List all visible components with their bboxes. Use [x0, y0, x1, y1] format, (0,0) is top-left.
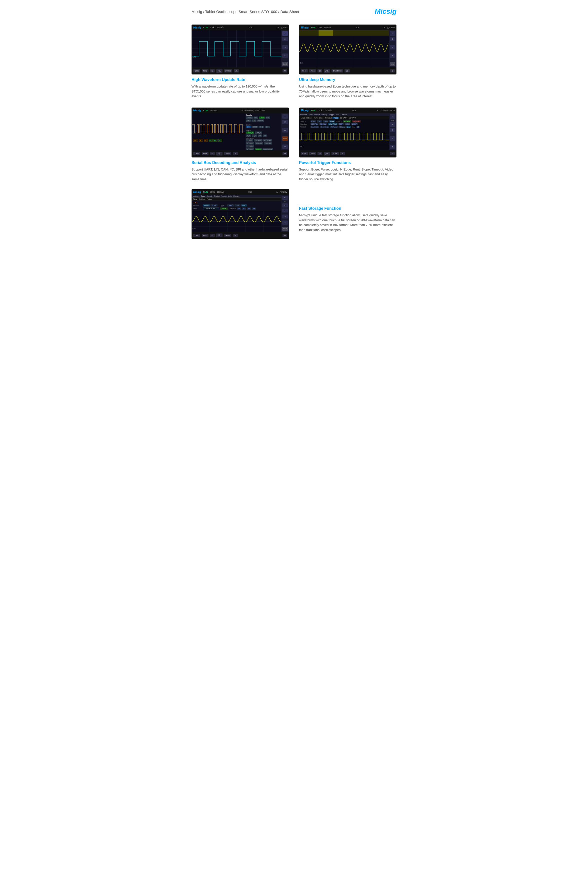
menu-trigger[interactable]: Trigger: [329, 114, 334, 115]
osc-ch3-btn[interactable]: 3: [282, 45, 288, 49]
osc-ch2-btn-serial[interactable]: 2: [282, 120, 288, 124]
osc-trig-t[interactable]: JL: [340, 152, 345, 155]
ch1-btn-s[interactable]: CH1: [246, 126, 252, 128]
osc-trig-s[interactable]: JL: [233, 234, 238, 237]
osc-time-s[interactable]: 50us: [224, 234, 231, 237]
osc-time-serial[interactable]: 10us: [224, 152, 231, 155]
osc-icon-s[interactable]: ⊡: [210, 234, 215, 237]
uart-btn[interactable]: UART: [246, 117, 253, 119]
osc-ch4-btn-2[interactable]: 4: [390, 54, 395, 58]
osc-trig-icon-s[interactable]: JL: [282, 203, 288, 207]
osc-chx-btn-s[interactable]: CHx: [193, 234, 200, 237]
osc-ch1-btn-2[interactable]: 1V: [390, 31, 395, 36]
osc-wave-serial[interactable]: 川L: [216, 152, 222, 156]
osc-ch1-btn-serial[interactable]: 1: [282, 114, 288, 119]
osc-ch2-btn-s2[interactable]: 2: [282, 208, 288, 213]
hl-btn[interactable]: H_L: [246, 135, 251, 137]
storage-sub-picture[interactable]: Picture: [207, 198, 212, 200]
baud625[interactable]: 62.5kb/s: [254, 139, 262, 141]
baud-user[interactable]: UserDefine: [262, 148, 273, 150]
filename-input[interactable]: 22050601081: [203, 207, 219, 210]
osc-trig-btn[interactable]: JL: [234, 69, 239, 72]
baud500[interactable]: 500kb/s: [246, 145, 254, 147]
storage-menu-save[interactable]: Save: [201, 195, 205, 197]
baud250[interactable]: 250kb/s: [264, 142, 272, 144]
osc-trig-icon[interactable]: JL: [390, 122, 395, 127]
menu-userset[interactable]: Userset: [341, 114, 347, 115]
osc-fine-btn-serial[interactable]: Fine: [202, 152, 209, 155]
storage-menu-sample[interactable]: Sample: [207, 195, 213, 197]
osc-settings-t[interactable]: ⚙: [390, 152, 395, 155]
osc-icon-t[interactable]: ⊡: [318, 152, 322, 155]
canl-btn[interactable]: CAN_L: [255, 132, 262, 134]
osc-ch3-btn-t[interactable]: 3: [390, 136, 395, 141]
storage-menu-measure[interactable]: Measure: [193, 195, 200, 197]
storage-menu-userset[interactable]: Userset: [233, 195, 239, 197]
baud800[interactable]: 800kb/s: [246, 148, 254, 150]
osc-trig-serial[interactable]: JL: [233, 152, 238, 155]
osc-ch4-btn-t[interactable]: 4: [390, 145, 395, 149]
osc-icon-serial[interactable]: ⊡: [210, 152, 215, 155]
osc-wave-t[interactable]: 川L: [324, 152, 330, 156]
osc-fine-btn[interactable]: Fine: [202, 69, 209, 72]
osc-trig-btn-2[interactable]: JL: [345, 69, 350, 72]
polarity-positive[interactable]: Positive: [343, 120, 351, 123]
osc-ch2-btn-2[interactable]: 2: [390, 37, 395, 41]
math-btn-serial[interactable]: Math: [282, 136, 288, 141]
polarity-negative[interactable]: Negative: [352, 120, 361, 123]
osc-time-btn[interactable]: 200ns: [224, 69, 232, 72]
osc-icon1-btn-2[interactable]: ⊡: [318, 69, 322, 72]
menu-auto[interactable]: Auto: [336, 114, 339, 115]
osc-time-t[interactable]: 50us: [332, 152, 339, 155]
menu-save[interactable]: Save: [309, 114, 312, 115]
ch4-btn-s[interactable]: CH4: [265, 126, 270, 128]
r2-btn-serial[interactable]: R2: [282, 144, 288, 149]
osc-2v-btn[interactable]: 2V: [282, 196, 288, 200]
btn15538[interactable]: 15538: [257, 120, 264, 122]
osc-ch2-btn[interactable]: 2: [282, 37, 288, 41]
spi-btn[interactable]: SPI: [266, 117, 270, 119]
type-wav[interactable]: WAV: [227, 204, 234, 207]
ch3-btn-s[interactable]: CH3: [258, 126, 264, 128]
save-btn[interactable]: Save: [220, 207, 228, 210]
menu-display[interactable]: Display: [321, 114, 327, 115]
osc-chx-btn-2[interactable]: CHx: [301, 69, 308, 72]
osc-fine-btn-2[interactable]: Fine: [309, 69, 316, 72]
rx-btn[interactable]: Rx: [258, 135, 262, 137]
menu-sample[interactable]: Sample: [314, 114, 320, 115]
ref-btn-serial[interactable]: Ref: [282, 128, 288, 132]
lh-btn[interactable]: L_H: [252, 135, 257, 137]
tx-btn[interactable]: Tx: [263, 135, 267, 137]
lin-btn[interactable]: LIN: [254, 117, 258, 119]
type-bin[interactable]: BIN: [241, 204, 247, 207]
osc-ch2-btn-t[interactable]: 2: [390, 128, 395, 132]
osc-chx-btn-serial[interactable]: CHx: [193, 152, 200, 155]
osc-settings-serial[interactable]: ⚙: [282, 152, 287, 155]
osc-ch1-btn[interactable]: 1: [282, 31, 288, 36]
osc-wave-btn[interactable]: 川L: [216, 69, 222, 73]
osc-settings-s[interactable]: ⚙: [282, 234, 287, 237]
ch2-btn-s[interactable]: CH2: [252, 126, 258, 128]
baud833[interactable]: 83.3kb/s: [263, 139, 272, 141]
osc-level-btn[interactable]: Leval: [282, 62, 288, 66]
btn429[interactable]: 429: [252, 120, 256, 122]
osc-ch4-btn[interactable]: 4: [282, 54, 288, 58]
osc-wave-btn-2[interactable]: 川L: [324, 69, 330, 73]
osc-ch3-btn-s2[interactable]: 3: [282, 214, 288, 219]
type-csv[interactable]: CSV: [234, 204, 240, 207]
osc-level-s2[interactable]: Leval: [282, 227, 288, 231]
storage-menu-display[interactable]: Display: [214, 195, 220, 197]
osc-time-btn-2[interactable]: 5ms 50us: [332, 69, 343, 72]
storage-sub-setting[interactable]: Setting: [199, 198, 205, 200]
osc-fine-btn-s[interactable]: Fine: [202, 234, 209, 237]
osc-fine-btn-t[interactable]: Fine: [309, 152, 316, 155]
osc-ch3-btn-2[interactable]: 3: [390, 45, 395, 49]
saveto-r2[interactable]: R2: [242, 207, 246, 210]
osc-level-btn-2[interactable]: Leval: [390, 62, 395, 66]
baud1m[interactable]: 1Mb/s: [255, 148, 262, 150]
baud100[interactable]: 100kb/s: [246, 142, 254, 144]
canh-btn[interactable]: CAN_H: [246, 132, 254, 134]
osc-wave-s[interactable]: 川L: [216, 234, 222, 237]
storage-menu-auto[interactable]: Auto: [228, 195, 232, 197]
saveto-r3[interactable]: R3: [247, 207, 251, 210]
